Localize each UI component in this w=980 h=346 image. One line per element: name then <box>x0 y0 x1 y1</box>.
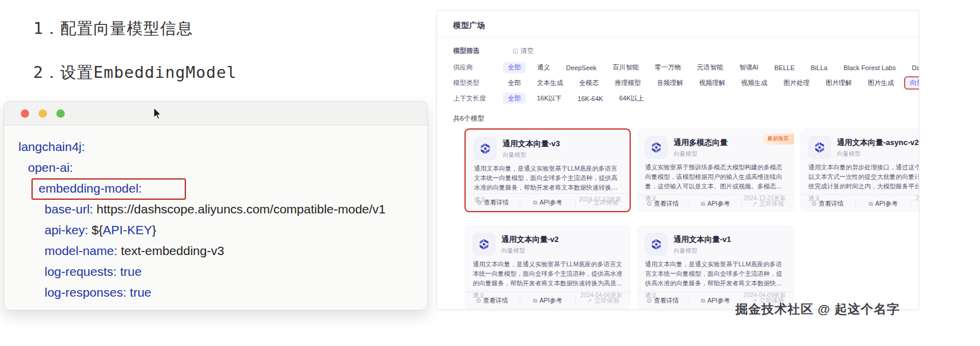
zoom-window-button[interactable] <box>56 109 65 118</box>
model-type-tag: 向量模型 <box>837 150 919 158</box>
view-details-label: 查看详情 <box>819 200 844 208</box>
view-details-button[interactable]: ⊙ 查看详情 <box>464 297 520 305</box>
filter-option[interactable]: Databricks <box>907 63 919 73</box>
card-title-block: 通用文本向量-async-v2 向量模型 <box>837 136 919 158</box>
try-now-label: 立即体验 <box>594 199 619 207</box>
filter-option[interactable]: 通义 <box>532 62 555 73</box>
step-heading-2: 2．设置EmbeddingModel <box>33 62 237 83</box>
model-card[interactable]: 通用文本向量-v2 向量模型 通用文本向量，是通义实验室基于LLM底座的多语言文… <box>464 225 631 309</box>
try-now-button[interactable]: ↗ 立即体验 <box>911 200 919 208</box>
filter-header: 模型筛选 ◱ 清空 <box>453 46 533 55</box>
details-icon: ⊙ <box>811 200 816 207</box>
model-cards-row-1: 通用文本向量-v3 向量模型 通用文本向量，是通义实验室基于LLM底座的多语言文… <box>464 128 919 212</box>
filter-option[interactable]: 视频理解 <box>694 77 730 89</box>
view-details-label: 查看详情 <box>654 200 679 208</box>
api-doc-icon: ⧉ <box>533 199 537 206</box>
card-actions: ⊙ 查看详情 ⧉ API参考 ↗ 立即体验 <box>464 291 631 309</box>
filter-option[interactable]: 图片理解 <box>821 77 856 89</box>
step-heading-1: 1．配置向量模型信息 <box>33 18 193 39</box>
model-card[interactable]: 通用文本向量-v1 向量模型 通用文本向量，是通义实验室基于LLM底座的多语言文… <box>637 225 794 309</box>
filter-option[interactable]: 图片生成 <box>863 77 899 89</box>
code-line: log-requests: true <box>18 261 415 282</box>
try-now-label: 立即体验 <box>595 297 619 305</box>
divider <box>437 37 919 37</box>
api-doc-icon: ⧉ <box>701 200 705 207</box>
model-description: 通用文本向量，是通义实验室基于LLM底座的多语言文本统一向量模型，面向全球多个主… <box>474 164 621 193</box>
highlight-box: embedding-model: <box>31 178 186 200</box>
model-type-tag: 向量模型 <box>674 150 728 158</box>
filter-option[interactable]: 文本生成 <box>532 77 568 89</box>
tongyi-logo-icon <box>474 137 497 160</box>
view-details-label: 查看详情 <box>484 199 509 207</box>
filter-option[interactable]: 全部 <box>503 77 526 89</box>
api-reference-button[interactable]: ⧉ API参考 <box>520 297 576 305</box>
clear-icon: ◱ <box>513 48 518 54</box>
filter-option[interactable]: 智谱AI <box>734 62 763 73</box>
filter-option[interactable]: 零一万物 <box>650 62 685 73</box>
api-doc-icon: ⧉ <box>701 297 705 304</box>
model-type-tag: 向量模型 <box>501 247 559 255</box>
filter-option[interactable]: 推理模型 <box>610 77 646 89</box>
model-name: 通用多模态向量 <box>674 137 728 148</box>
card-header: 通用文本向量-async-v2 向量模型 <box>808 136 919 159</box>
tongyi-logo-icon <box>645 136 668 159</box>
view-details-button[interactable]: ⊙ 查看详情 <box>800 200 855 208</box>
page: 1．配置向量模型信息 2．设置EmbeddingModel langchain4… <box>0 0 980 346</box>
filter-option[interactable]: 64K以上 <box>614 93 649 104</box>
filter-header-label: 模型筛选 <box>453 46 479 55</box>
api-reference-button[interactable]: ⧉ API参考 <box>520 199 574 207</box>
filter-option[interactable]: 全模态 <box>574 77 603 89</box>
model-card[interactable]: 最新推荐 通用多模态向量 向量模型 通义实验室基于预训练多模态大模型构建的多模态… <box>637 128 794 212</box>
view-details-button[interactable]: ⊙ 查看详情 <box>637 200 689 208</box>
filter-option[interactable]: 百川智能 <box>608 62 643 73</box>
filter-option[interactable]: 16K以下 <box>532 93 567 104</box>
filter-option[interactable]: 全部 <box>503 93 526 104</box>
card-title-block: 通用文本向量-v1 向量模型 <box>674 233 731 255</box>
code-line: embedding-model: <box>18 178 415 199</box>
filter-option[interactable]: DeepSeek <box>561 63 601 73</box>
filter-option[interactable]: BELLE <box>770 63 799 73</box>
filter-row: 供应商 全部通义DeepSeek百川智能零一万物元语智能智谱AIBELLEBiL… <box>453 62 919 73</box>
filter-option[interactable]: 图片处理 <box>779 77 814 89</box>
api-reference-label: API参考 <box>707 200 730 208</box>
code-line: model-name: text-embedding-v3 <box>18 240 415 261</box>
model-card[interactable]: 通用文本向量-async-v2 向量模型 通用文本向量的异步处理接口，通过这个接… <box>800 128 919 212</box>
filter-option[interactable]: 16K-64K <box>573 94 608 103</box>
filter-option[interactable]: BiLLa <box>806 63 832 73</box>
minimize-window-button[interactable] <box>39 109 47 118</box>
api-reference-label: API参考 <box>540 297 562 305</box>
card-actions: ⊙ 查看详情 ⧉ API参考 ↗ 立即体验 <box>466 193 630 211</box>
try-now-button[interactable]: ↗ 立即体验 <box>575 297 631 305</box>
close-window-button[interactable] <box>21 109 29 118</box>
model-name: 通用文本向量-v1 <box>674 234 731 245</box>
filter-option[interactable]: 音频理解 <box>652 77 688 89</box>
card-title-block: 通用文本向量-v2 向量模型 <box>501 233 559 255</box>
details-icon: ⊙ <box>476 199 481 206</box>
filter-option[interactable]: 视频生成 <box>736 77 772 89</box>
details-icon: ⊙ <box>476 297 480 304</box>
try-now-button[interactable]: ↗ 立即体验 <box>575 199 630 207</box>
filter-options: 全部16K以下16K-64K64K以上 <box>503 93 649 104</box>
api-reference-button[interactable]: ⧉ API参考 <box>689 200 742 208</box>
view-details-button[interactable]: ⊙ 查看详情 <box>637 297 689 305</box>
new-recommendation-badge: 最新推荐 <box>762 134 794 144</box>
api-reference-label: API参考 <box>540 199 562 207</box>
api-reference-button[interactable]: ⧉ API参考 <box>689 297 742 305</box>
filter-option[interactable]: 全部 <box>503 62 526 73</box>
code-window: langchain4j:open-ai:embedding-model:base… <box>4 101 428 310</box>
view-details-button[interactable]: ⊙ 查看详情 <box>466 199 520 207</box>
card-header: 通用文本向量-v1 向量模型 <box>645 233 786 256</box>
filter-option[interactable]: Black Forest Labs <box>839 63 900 73</box>
model-description: 通义实验室基于预训练多模态大模型构建的多模态向量模型，该模型根据用户的输入生成高… <box>645 163 786 191</box>
model-name: 通用文本向量-async-v2 <box>837 137 919 148</box>
api-reference-button[interactable]: ⧉ API参考 <box>855 200 911 208</box>
clear-filters-button[interactable]: ◱ 清空 <box>513 46 533 55</box>
external-link-icon: ↗ <box>587 297 592 304</box>
mouse-cursor-icon <box>151 106 162 123</box>
try-now-button[interactable]: ↗ 立即体验 <box>741 200 794 208</box>
filter-row: 上下文长度 全部16K以下16K-64K64K以上 <box>453 93 649 104</box>
code-line: api-key: ${API-KEY} <box>18 219 415 240</box>
model-card[interactable]: 通用文本向量-v3 向量模型 通用文本向量，是通义实验室基于LLM底座的多语言文… <box>464 128 631 212</box>
filter-option[interactable]: 向量模型 <box>905 77 919 89</box>
filter-option[interactable]: 元语智能 <box>692 62 728 73</box>
